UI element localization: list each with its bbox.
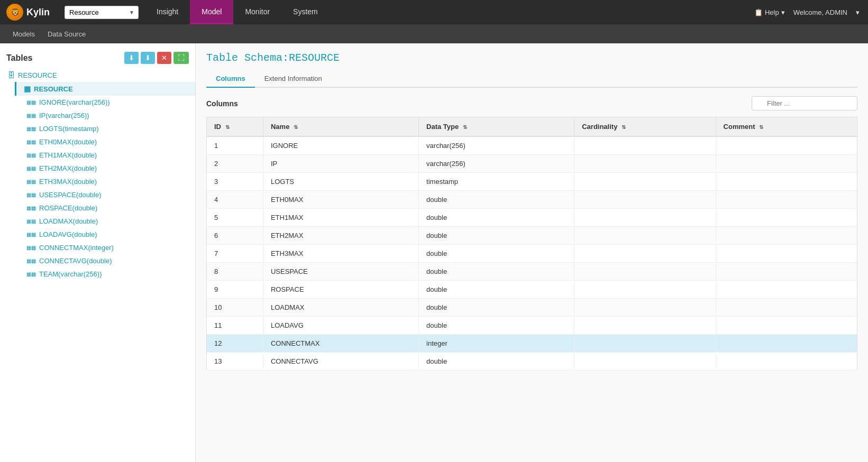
- sub-nav-datasource[interactable]: Data Source: [41, 24, 92, 43]
- main-layout: Tables ⬇ ⬇ ✕ ⛶ 🗄 RESOURCE ▦ RESOURCE ▦▦I…: [0, 43, 868, 462]
- columns-header: Columns: [206, 96, 857, 110]
- sidebar-column-item[interactable]: ▦▦ETH3MAX(double): [0, 175, 195, 188]
- sidebar-column-item[interactable]: ▦▦LOADMAX(double): [0, 215, 195, 228]
- table-row[interactable]: 1 IGNORE varchar(256): [207, 136, 857, 155]
- cell-datatype: integer: [419, 335, 574, 353]
- download-btn[interactable]: ⬇: [124, 52, 139, 64]
- sidebar-column-item[interactable]: ▦▦ETH1MAX(double): [0, 149, 195, 162]
- cell-id: 2: [207, 155, 263, 173]
- table-row[interactable]: 13 CONNECTAVG double: [207, 353, 857, 371]
- tree-table-resource[interactable]: ▦ RESOURCE: [15, 82, 195, 96]
- cell-id: 5: [207, 209, 263, 227]
- th-name[interactable]: Name ⇅: [263, 117, 418, 137]
- sort-name-icon: ⇅: [294, 124, 298, 130]
- delete-btn[interactable]: ✕: [157, 52, 171, 64]
- welcome-dropdown[interactable]: ▾: [856, 8, 860, 16]
- column-icon: ▦▦: [26, 245, 36, 251]
- table-row[interactable]: 9 ROSPACE double: [207, 281, 857, 299]
- tree-table-wrapper: ▦ RESOURCE: [0, 82, 195, 96]
- cell-name: LOADMAX: [263, 299, 418, 317]
- cell-name: LOADAVG: [263, 317, 418, 335]
- sidebar-column-item[interactable]: ▦▦IGNORE(varchar(256)): [0, 96, 195, 109]
- cell-name: IP: [263, 155, 418, 173]
- sidebar-column-item[interactable]: ▦▦USESPACE(double): [0, 188, 195, 201]
- sidebar-column-item[interactable]: ▦▦CONNECTMAX(integer): [0, 241, 195, 254]
- welcome-text: Welcome, ADMIN: [793, 8, 847, 16]
- cell-cardinality: [574, 335, 716, 353]
- table-row[interactable]: 6 ETH2MAX double: [207, 227, 857, 245]
- column-icon: ▦▦: [26, 192, 36, 198]
- sort-cardinality-icon: ⇅: [622, 124, 626, 130]
- sidebar-column-item[interactable]: ▦▦LOADAVG(double): [0, 228, 195, 241]
- th-datatype[interactable]: Data Type ⇅: [419, 117, 574, 137]
- resource-select[interactable]: Resource Default Learn: [65, 6, 139, 19]
- table-row[interactable]: 8 USESPACE double: [207, 263, 857, 281]
- cell-comment: [716, 317, 857, 335]
- nav-system[interactable]: System: [281, 0, 330, 24]
- filter-input[interactable]: [752, 96, 857, 110]
- tab-columns[interactable]: Columns: [206, 70, 255, 88]
- cell-comment: [716, 335, 857, 353]
- cell-datatype: double: [419, 209, 574, 227]
- cell-name: CONNECTMAX: [263, 335, 418, 353]
- sidebar-column-item[interactable]: ▦▦ROSPACE(double): [0, 201, 195, 215]
- brand-name: Kylin: [26, 7, 50, 18]
- sidebar-column-item[interactable]: ▦▦LOGTS(timestamp): [0, 122, 195, 135]
- sidebar-column-item[interactable]: ▦▦TEAM(varchar(256)): [0, 267, 195, 281]
- cell-datatype: double: [419, 353, 574, 371]
- table-row[interactable]: 5 ETH1MAX double: [207, 209, 857, 227]
- table-row[interactable]: 10 LOADMAX double: [207, 299, 857, 317]
- sort-datatype-icon: ⇅: [463, 124, 467, 130]
- cell-name: IGNORE: [263, 136, 418, 155]
- cell-comment: [716, 209, 857, 227]
- cell-comment: [716, 353, 857, 371]
- table-row[interactable]: 7 ETH3MAX double: [207, 245, 857, 263]
- cell-comment: [716, 155, 857, 173]
- sidebar-column-item[interactable]: ▦▦ETH0MAX(double): [0, 135, 195, 149]
- cell-comment: [716, 173, 857, 191]
- tab-extend-info[interactable]: Extend Information: [255, 70, 332, 88]
- column-icon: ▦▦: [26, 99, 36, 105]
- sidebar: Tables ⬇ ⬇ ✕ ⛶ 🗄 RESOURCE ▦ RESOURCE ▦▦I…: [0, 43, 196, 462]
- cell-comment: [716, 136, 857, 155]
- tabs: Columns Extend Information: [206, 70, 857, 88]
- cell-cardinality: [574, 173, 716, 191]
- table-row[interactable]: 4 ETH0MAX double: [207, 191, 857, 209]
- tree-db-resource[interactable]: 🗄 RESOURCE: [0, 68, 195, 82]
- cell-name: LOGTS: [263, 173, 418, 191]
- column-label: ETH0MAX(double): [39, 138, 97, 146]
- th-id[interactable]: ID ⇅: [207, 117, 263, 137]
- brand-icon: 🦁: [6, 4, 23, 21]
- cell-cardinality: [574, 245, 716, 263]
- nav-model[interactable]: Model: [190, 0, 233, 24]
- top-nav: 🦁 Kylin Resource Default Learn Insight M…: [0, 0, 868, 24]
- sidebar-column-item[interactable]: ▦▦IP(varchar(256)): [0, 109, 195, 122]
- sidebar-column-item[interactable]: ▦▦ETH2MAX(double): [0, 162, 195, 175]
- view-btn[interactable]: ⛶: [173, 52, 189, 64]
- th-comment[interactable]: Comment ⇅: [716, 117, 857, 137]
- help-button[interactable]: 📋 Help ▾: [754, 8, 785, 16]
- column-label: CONNECTMAX(integer): [39, 244, 114, 252]
- cell-datatype: double: [419, 281, 574, 299]
- table-row[interactable]: 2 IP varchar(256): [207, 155, 857, 173]
- sidebar-column-item[interactable]: ▦▦CONNECTAVG(double): [0, 254, 195, 267]
- table-name: RESOURCE: [34, 85, 73, 93]
- resource-select-wrapper: Resource Default Learn: [62, 6, 139, 19]
- cell-id: 11: [207, 317, 263, 335]
- cell-datatype: double: [419, 317, 574, 335]
- column-label: USESPACE(double): [39, 191, 102, 199]
- cell-name: ETH2MAX: [263, 227, 418, 245]
- nav-monitor[interactable]: Monitor: [233, 0, 281, 24]
- cell-name: ETH1MAX: [263, 209, 418, 227]
- download2-btn[interactable]: ⬇: [141, 52, 155, 64]
- table-row[interactable]: 12 CONNECTMAX integer: [207, 335, 857, 353]
- th-cardinality[interactable]: Cardinality ⇅: [574, 117, 716, 137]
- table-row[interactable]: 11 LOADAVG double: [207, 317, 857, 335]
- cell-comment: [716, 245, 857, 263]
- nav-insight[interactable]: Insight: [145, 0, 190, 24]
- sub-nav-models[interactable]: Models: [6, 24, 41, 43]
- table-header-row: ID ⇅ Name ⇅ Data Type ⇅ Cardinality ⇅: [207, 117, 857, 137]
- filter-wrapper: [752, 96, 857, 110]
- cell-name: USESPACE: [263, 263, 418, 281]
- table-row[interactable]: 3 LOGTS timestamp: [207, 173, 857, 191]
